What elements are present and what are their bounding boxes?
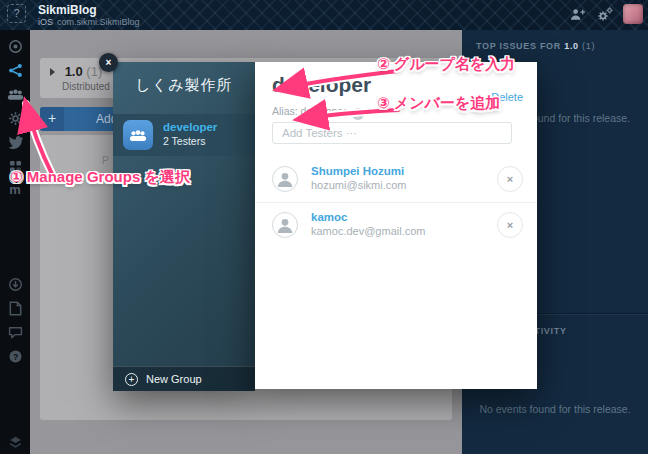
group-row-developer[interactable]: developer 2 Testers: [113, 114, 255, 156]
docs-icon[interactable]: [0, 297, 30, 319]
app-title: SikmiBlog: [38, 3, 97, 17]
settings-gear-icon[interactable]: [0, 107, 30, 129]
tester-row: kamoc kamoc.dev@gmail.com ×: [255, 202, 537, 247]
new-group-label: New Group: [146, 373, 202, 385]
group-tile-icon: [123, 120, 153, 150]
twitter-icon[interactable]: [0, 131, 30, 153]
app-bundle: iOScom.sikmi.SikmiBlog: [38, 17, 140, 27]
top-issues-header: TOP ISSUES FOR 1.0 (1): [476, 41, 595, 51]
tester-avatar-icon: [272, 212, 298, 238]
tester-row: Shumpei Hozumi hozumi@sikmi.com ×: [255, 157, 537, 202]
plus-circle-icon: +: [125, 373, 138, 386]
add-testers-input[interactable]: [272, 122, 512, 144]
no-events-message: No events found for this release.: [462, 403, 648, 415]
manage-groups-icon[interactable]: [0, 83, 30, 105]
expand-arrow-icon: [50, 68, 55, 76]
organization-name: しくみ製作所: [113, 76, 255, 95]
release-version-row[interactable]: 1.0 (1): [40, 64, 102, 79]
alias-help-icon[interactable]: ?: [352, 108, 364, 120]
remove-tester-button[interactable]: ×: [497, 212, 523, 238]
group-name: developer: [163, 121, 217, 133]
fabric-stack-icon[interactable]: [0, 430, 30, 452]
tester-email: kamoc.dev@gmail.com: [311, 225, 425, 237]
annotation-step1: ① Manage Groups を選択: [10, 168, 190, 187]
settings-gears-icon[interactable]: [596, 5, 614, 23]
top-navbar: ? SikmiBlog iOScom.sikmi.SikmiBlog: [0, 0, 648, 30]
modal-close-button[interactable]: ×: [99, 53, 118, 72]
beta-distribution-icon[interactable]: [0, 59, 30, 81]
plus-icon: +: [40, 107, 64, 131]
release-version: 1.0: [65, 64, 83, 79]
help-icon[interactable]: ?: [0, 345, 30, 367]
remove-tester-button[interactable]: ×: [497, 166, 523, 192]
group-alias: Alias: developer?: [272, 105, 364, 120]
bundle-id: com.sikmi.SikmiBlog: [57, 17, 140, 27]
groups-panel: しくみ製作所 developer 2 Testers + New Group: [113, 62, 255, 391]
annotation-step2: ② グループ名を入力: [377, 55, 515, 74]
crashlytics-target-icon[interactable]: [0, 35, 30, 57]
tester-email: hozumi@sikmi.com: [311, 179, 407, 191]
app-icon-placeholder[interactable]: ?: [7, 4, 26, 23]
user-avatar[interactable]: [623, 4, 643, 24]
new-group-button[interactable]: + New Group: [113, 366, 255, 391]
feedback-chat-icon[interactable]: [0, 321, 30, 343]
tester-avatar-icon: [272, 166, 298, 192]
add-user-icon[interactable]: [569, 5, 587, 23]
group-detail-title[interactable]: developer: [272, 73, 371, 97]
group-testers-count: 2 Testers: [163, 135, 205, 147]
tester-name: Shumpei Hozumi: [311, 165, 404, 177]
clipped-text-fragment: P: [102, 155, 109, 166]
platform-label: iOS: [38, 17, 53, 27]
download-icon[interactable]: [0, 273, 30, 295]
distributed-label: Distributed: [62, 81, 110, 92]
tester-name: kamoc: [311, 211, 347, 223]
app-window: 1.0 (1) Distributed + Add Tester P TOP I…: [0, 0, 648, 454]
svg-text:?: ?: [12, 351, 17, 361]
left-sidebar: m ?: [0, 30, 30, 454]
annotation-step3: ③ メンバーを追加: [377, 94, 500, 113]
topbar-actions: [569, 4, 643, 24]
